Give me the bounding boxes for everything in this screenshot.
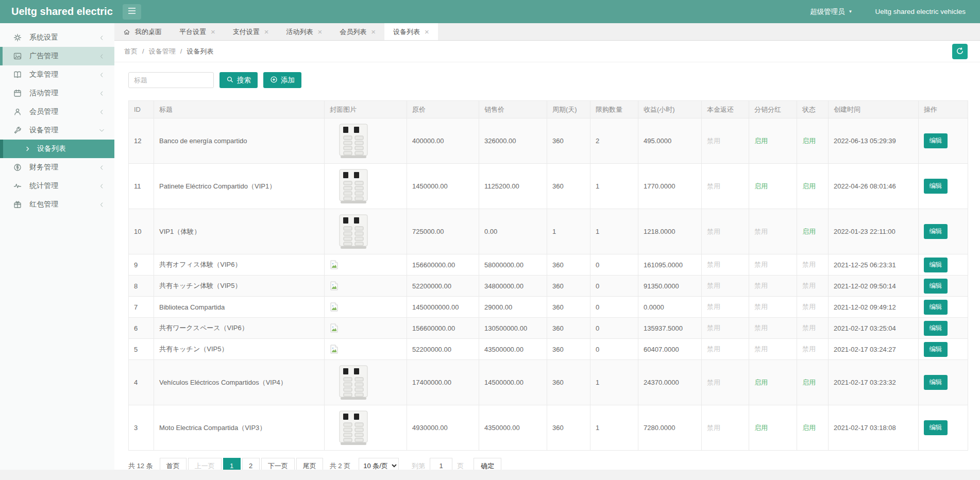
chevron-left-icon [98, 72, 105, 78]
search-button[interactable]: 搜索 [219, 72, 258, 88]
refresh-button[interactable] [952, 44, 968, 59]
sidebar-item-device-management[interactable]: 设备管理 [0, 121, 114, 140]
sidebar-subitem-device-list[interactable]: 设备列表 [0, 140, 114, 158]
cell-price: 1450000000.00 [407, 297, 479, 318]
home-icon [123, 28, 130, 36]
status-badge: 启用 [802, 182, 816, 190]
tab-label: 我的桌面 [135, 27, 162, 37]
admin-role-dropdown[interactable]: 超级管理员 ▼ [810, 7, 852, 16]
cell-id: 5 [129, 339, 154, 360]
table-row: 9共有オフィス体験（VIP6）156600000.0058000000.0036… [129, 254, 968, 276]
top-header: Ueltg shared electric 超级管理员 ▼ Ueltg shar… [0, 0, 980, 23]
breadcrumb-device-list: 设备列表 [187, 47, 213, 56]
cell-id: 10 [129, 209, 154, 254]
broken-image-icon [330, 260, 401, 269]
cell-action: 编辑 [919, 339, 968, 360]
edit-button[interactable]: 编辑 [924, 420, 948, 435]
close-icon[interactable]: × [425, 28, 429, 36]
close-icon[interactable]: × [211, 28, 215, 36]
tab-payment-settings[interactable]: 支付设置× [224, 23, 278, 40]
sidebar-item-member-management[interactable]: 会员管理 [0, 102, 114, 121]
edit-button[interactable]: 编辑 [924, 224, 948, 239]
book-icon [13, 71, 22, 79]
status-badge: 禁用 [707, 182, 720, 190]
cell-sale: 4350000.00 [479, 405, 547, 451]
cell-created: 2021-12-02 09:49:12 [829, 297, 919, 318]
tab-label: 会员列表 [340, 27, 366, 37]
tab-bar: 我的桌面平台设置×支付设置×活动列表×会员列表×设备列表× [114, 23, 980, 41]
cell-image [325, 360, 407, 405]
broken-image-icon [330, 281, 401, 290]
cell-price: 52200000.00 [407, 276, 479, 297]
tab-label: 设备列表 [393, 27, 420, 37]
cell-price: 17400000.00 [407, 360, 479, 405]
add-button[interactable]: 添加 [263, 72, 301, 88]
cell-income: 495.0000 [638, 118, 702, 164]
status-badge: 禁用 [707, 345, 720, 353]
tab-platform-settings[interactable]: 平台设置× [171, 23, 224, 40]
calendar-icon [13, 89, 22, 97]
edit-button[interactable]: 编辑 [924, 375, 948, 390]
cell-status: 启用 [797, 405, 829, 451]
status-badge: 禁用 [707, 324, 720, 332]
close-icon[interactable]: × [264, 28, 269, 36]
sidebar-item-label: 活动管理 [29, 89, 58, 98]
cell-id: 12 [129, 118, 154, 164]
cell-sale: 43500000.00 [479, 339, 547, 360]
edit-button[interactable]: 编辑 [924, 321, 948, 336]
cell-price: 4930000.00 [407, 405, 479, 451]
breadcrumb-device-management[interactable]: 设备管理 [149, 47, 176, 56]
cell-income: 161095.0000 [638, 254, 702, 276]
status-badge: 启用 [754, 137, 768, 145]
goto-suffix-label: 页 [457, 461, 464, 471]
close-icon[interactable]: × [318, 28, 323, 36]
sidebar-item-ad-management[interactable]: 广告管理 [0, 47, 114, 65]
edit-button[interactable]: 编辑 [924, 179, 948, 194]
tab-activity-list[interactable]: 活动列表× [278, 23, 331, 40]
sidebar-item-activity-management[interactable]: 活动管理 [0, 84, 114, 102]
tab-my-desktop[interactable]: 我的桌面 [114, 23, 171, 40]
cell-cycle: 360 [547, 164, 590, 209]
cell-created: 2021-02-17 03:24:27 [829, 339, 919, 360]
edit-button[interactable]: 编辑 [924, 133, 948, 148]
breadcrumb-home[interactable]: 首页 [124, 47, 138, 56]
tab-device-list[interactable]: 设备列表× [384, 23, 438, 40]
cell-principal: 禁用 [702, 254, 749, 276]
status-badge: 启用 [802, 424, 816, 432]
cell-dividend: 禁用 [749, 318, 797, 339]
money-icon [13, 163, 22, 172]
status-badge: 启用 [802, 228, 816, 235]
sidebar-item-label: 红包管理 [29, 200, 58, 209]
cell-status: 禁用 [797, 254, 829, 276]
cell-action: 编辑 [919, 318, 968, 339]
table-row: 5共有キッチン（VIP5）52200000.0043500000.0036006… [129, 339, 968, 360]
edit-button[interactable]: 编辑 [924, 279, 948, 294]
edit-button[interactable]: 编辑 [924, 342, 948, 357]
cell-action: 编辑 [919, 118, 968, 164]
table-row: 8共有キッチン体験（VIP5）52200000.0034800000.00360… [129, 276, 968, 297]
sidebar-toggle-button[interactable] [123, 4, 141, 20]
search-input[interactable] [128, 72, 214, 88]
cell-cycle: 360 [547, 360, 590, 405]
cell-sale: 130500000.00 [479, 318, 547, 339]
device-cover-image [330, 123, 401, 160]
tab-label: 支付设置 [233, 27, 260, 37]
cell-dividend: 禁用 [749, 276, 797, 297]
cell-limit: 0 [590, 254, 638, 276]
sidebar-item-finance-management[interactable]: 财务管理 [0, 158, 114, 177]
sidebar-item-stats-management[interactable]: 统计管理 [0, 177, 114, 195]
column-header-limit: 限购数量 [590, 101, 638, 118]
edit-button[interactable]: 编辑 [924, 258, 948, 272]
cell-created: 2021-12-02 09:50:14 [829, 276, 919, 297]
chevron-left-icon [98, 164, 105, 171]
edit-button[interactable]: 编辑 [924, 300, 948, 315]
refresh-icon [956, 47, 964, 57]
user-icon [13, 108, 22, 116]
close-icon[interactable]: × [371, 28, 376, 36]
tab-member-list[interactable]: 会员列表× [331, 23, 384, 40]
cell-sale: 14500000.00 [479, 360, 547, 405]
cell-dividend: 禁用 [749, 254, 797, 276]
sidebar-item-system-settings[interactable]: 系统设置 [0, 28, 114, 47]
sidebar-item-redpacket-management[interactable]: 红包管理 [0, 195, 114, 214]
sidebar-item-article-management[interactable]: 文章管理 [0, 65, 114, 84]
